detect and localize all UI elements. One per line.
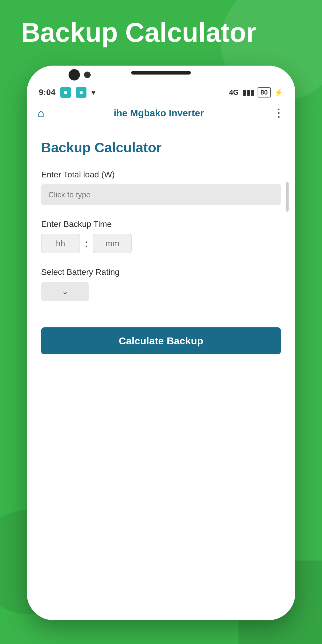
camera-left <box>69 69 80 80</box>
shield-icon-1: ■ <box>60 87 71 98</box>
status-time: 9:04 <box>39 88 55 97</box>
time-inputs-container: : <box>41 234 281 253</box>
heart-icon: ♥ <box>91 88 95 97</box>
signal-icon: ▮▮▮ <box>242 88 254 97</box>
home-icon[interactable]: ⌂ <box>38 107 44 120</box>
shield-icon-2: ■ <box>76 87 86 98</box>
battery-icon: 80 <box>258 87 271 97</box>
app-bar: ⌂ ihe Mgbako Inverter ⋮ <box>27 101 295 125</box>
dropdown-arrow-icon: ⌄ <box>62 287 69 296</box>
network-icon: 4G <box>229 88 239 97</box>
app-bar-title: ihe Mgbako Inverter <box>50 108 267 119</box>
total-load-input[interactable] <box>41 184 281 205</box>
backup-time-group: Enter Backup Time : <box>41 219 281 253</box>
battery-rating-label: Select Battery Rating <box>41 267 281 277</box>
battery-rating-group: Select Battery Rating ⌄ <box>41 267 281 301</box>
main-content: Backup Calculator Enter Total load (W) E… <box>27 125 295 620</box>
status-bar: 9:04 ■ ■ ♥ 4G ▮▮▮ 80 ⚡ <box>27 83 295 101</box>
status-left: 9:04 ■ ■ ♥ <box>39 87 95 98</box>
calculate-backup-button[interactable]: Calculate Backup <box>41 327 281 354</box>
total-load-label: Enter Total load (W) <box>41 170 281 179</box>
minutes-input[interactable] <box>93 234 132 253</box>
status-right: 4G ▮▮▮ 80 ⚡ <box>229 87 284 97</box>
total-load-group: Enter Total load (W) <box>41 170 281 205</box>
phone-screen: 9:04 ■ ■ ♥ 4G ▮▮▮ 80 ⚡ ⌂ ihe Mgbako Inve… <box>27 83 295 620</box>
phone-frame: 9:04 ■ ■ ♥ 4G ▮▮▮ 80 ⚡ ⌂ ihe Mgbako Inve… <box>27 66 295 620</box>
notch-line <box>131 71 191 75</box>
page-title: Backup Calculator <box>21 18 256 47</box>
battery-rating-dropdown[interactable]: ⌄ <box>41 282 89 301</box>
time-colon-separator: : <box>85 237 88 250</box>
camera-right <box>84 72 91 78</box>
backup-time-label: Enter Backup Time <box>41 219 281 229</box>
section-title: Backup Calculator <box>41 140 281 156</box>
charging-icon: ⚡ <box>274 88 283 97</box>
hours-input[interactable] <box>41 234 80 253</box>
scroll-indicator <box>286 182 289 212</box>
phone-notch <box>27 66 295 83</box>
menu-icon[interactable]: ⋮ <box>273 107 284 120</box>
